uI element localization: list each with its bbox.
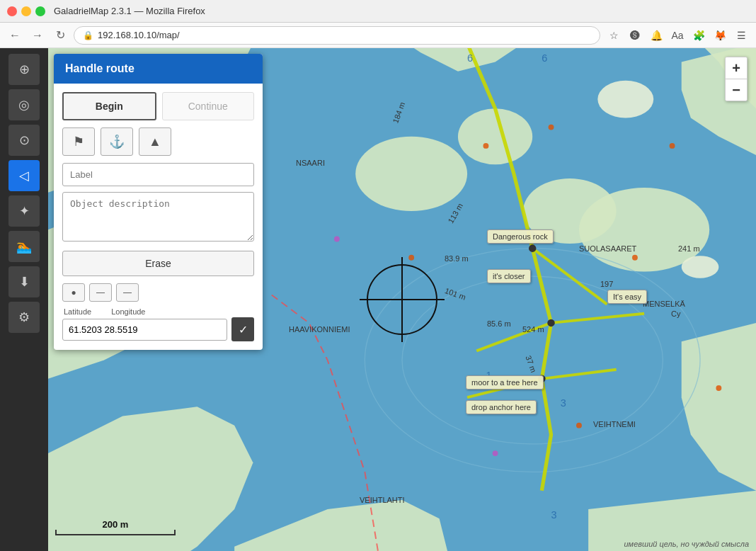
svg-point-27 [493, 450, 498, 456]
swim-tool-button[interactable]: 🏊 [8, 231, 40, 262]
svg-text:3: 3 [551, 509, 557, 521]
profile-icon[interactable]: 🅢 [626, 26, 644, 45]
svg-point-21 [670, 143, 675, 149]
continue-button[interactable]: Continue [162, 92, 255, 120]
browser-icons: ☆ 🅢 🔔 Aa 🧩 🦊 ☰ [605, 26, 750, 45]
forward-button[interactable]: → [28, 26, 47, 45]
map-area[interactable]: 1 3 3 6 6 3 SUOLASAARET MENSELKÄ VEIHTNE… [48, 48, 756, 551]
svg-text:6: 6 [542, 52, 547, 64]
svg-point-24 [576, 423, 582, 428]
scale-bar: 200 m [55, 519, 176, 535]
svg-point-20 [408, 255, 414, 261]
coordinates-input[interactable] [62, 319, 227, 341]
begin-continue-row: Begin Continue [62, 92, 254, 120]
panel-body: Begin Continue ⚑ ⚓ ▲ Erase ● — [54, 84, 263, 350]
active-tool-button[interactable]: ◁ [8, 160, 40, 191]
begin-button[interactable]: Begin [62, 92, 156, 120]
label-input[interactable] [62, 163, 254, 186]
longitude-label: Longitude [111, 307, 145, 316]
latitude-label: Latitude [64, 307, 91, 316]
route-panel: Handle route Begin Continue ⚑ ⚓ ▲ [54, 54, 263, 350]
firefox-icon[interactable]: 🦊 [711, 26, 729, 45]
window-controls [7, 6, 45, 16]
address-bar[interactable]: 🔒 192.168.10.10/map/ [74, 26, 600, 45]
svg-point-18 [483, 143, 488, 149]
svg-point-1 [355, 137, 467, 211]
scale-label: 200 m [103, 519, 129, 530]
zoom-out-button[interactable]: − [726, 79, 747, 101]
description-textarea[interactable] [62, 192, 254, 242]
compass-tool-button[interactable]: ⊕ [8, 54, 40, 85]
small-icon-3[interactable]: — [116, 283, 139, 302]
download-tool-button[interactable]: ⬇ [8, 266, 40, 297]
menu-icon[interactable]: ☰ [732, 26, 750, 45]
window-maximize-button[interactable] [35, 6, 45, 16]
address-text: 192.168.10.10/map/ [98, 30, 180, 40]
map-attribution: имевший цель, но чуждый смысла [624, 540, 750, 548]
settings-tool-button[interactable]: ⚙ [8, 302, 40, 333]
small-icon-2[interactable]: — [89, 283, 112, 302]
scale-bar-line [55, 530, 176, 535]
small-icon-1[interactable]: ● [62, 283, 85, 302]
zoom-controls: + − [725, 57, 748, 101]
navigate-tool-button[interactable]: ⊙ [8, 125, 40, 156]
icon-row: ⚑ ⚓ ▲ [62, 127, 254, 156]
svg-text:1: 1 [486, 370, 491, 381]
svg-point-6 [597, 81, 653, 118]
svg-point-15 [529, 244, 537, 252]
target-tool-button[interactable]: ◎ [8, 89, 40, 120]
svg-point-16 [547, 319, 555, 327]
panel-title: Handle route [65, 62, 134, 74]
zoom-in-button[interactable]: + [726, 57, 747, 79]
browser-nav-bar: ← → ↻ 🔒 192.168.10.10/map/ ☆ 🅢 🔔 Aa 🧩 🦊 … [0, 23, 756, 48]
svg-point-17 [538, 375, 546, 383]
svg-point-23 [716, 385, 721, 391]
svg-point-25 [334, 237, 340, 242]
coord-labels: Latitude Longitude [62, 307, 254, 316]
svg-point-2 [458, 108, 532, 164]
star-tool-button[interactable]: ✦ [8, 195, 40, 227]
svg-text:3: 3 [561, 397, 566, 409]
browser-title: GaladrielMap 2.3.1 — Mozilla Firefox [54, 6, 205, 16]
svg-text:6: 6 [467, 52, 473, 64]
main-content: ⊕ ◎ ⊙ ◁ ✦ 🏊 ⬇ ⚙ [0, 48, 756, 551]
extensions-icon[interactable]: 🧩 [689, 26, 708, 45]
notifications-icon[interactable]: 🔔 [647, 26, 665, 45]
coord-row: ✓ [62, 317, 254, 341]
reload-button[interactable]: ↻ [51, 26, 69, 45]
svg-point-19 [549, 125, 554, 130]
browser-title-bar: GaladrielMap 2.3.1 — Mozilla Firefox [0, 0, 756, 23]
back-button[interactable]: ← [6, 26, 24, 45]
window-minimize-button[interactable] [21, 6, 31, 16]
left-toolbar: ⊕ ◎ ⊙ ◁ ✦ 🏊 ⬇ ⚙ [0, 48, 48, 551]
translate-icon[interactable]: Aa [668, 26, 687, 45]
panel-header: Handle route [54, 54, 263, 84]
bookmark-icon[interactable]: ☆ [605, 26, 623, 45]
erase-button[interactable]: Erase [62, 251, 254, 276]
confirm-coordinates-button[interactable]: ✓ [231, 317, 254, 341]
window-close-button[interactable] [7, 6, 17, 16]
flag-icon-button[interactable]: ⚑ [62, 127, 95, 156]
alert-icon-button[interactable]: ▲ [139, 127, 171, 156]
small-icon-row: ● — — [62, 283, 254, 302]
svg-point-7 [682, 256, 719, 278]
svg-point-22 [632, 255, 638, 261]
anchor-icon-button[interactable]: ⚓ [101, 127, 133, 156]
